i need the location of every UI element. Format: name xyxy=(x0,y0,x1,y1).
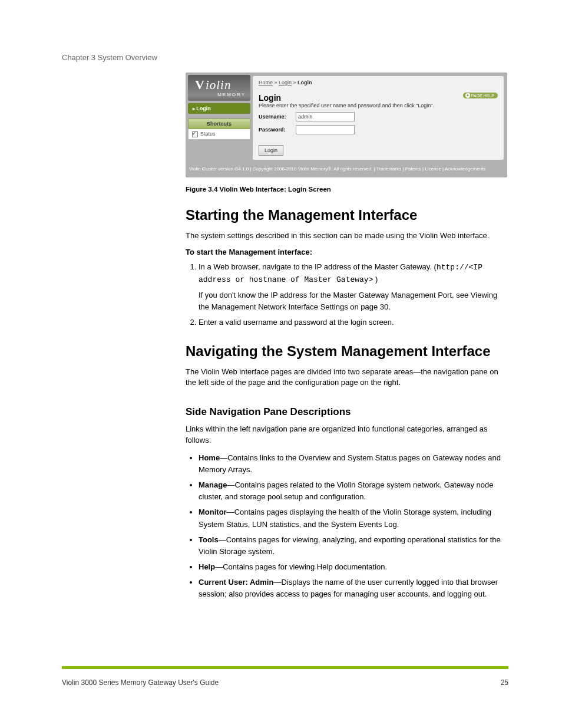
intro-paragraph: The system settings described in this se… xyxy=(186,230,508,242)
footer-page-number: 25 xyxy=(501,678,508,687)
nav-item-desc: —Contains pages for viewing Help documen… xyxy=(215,562,387,571)
nav-item-label: Current User: Admin xyxy=(199,578,273,587)
nav-item-label: Tools xyxy=(199,535,219,544)
screenshot-footer: Violin Cluster version G4.1.0 | Copyrigh… xyxy=(189,166,504,172)
nav-item-desc: —Contains pages displaying the health of… xyxy=(199,508,491,528)
side-nav-heading: Side Navigation Pane Descriptions xyxy=(186,406,508,418)
list-item: Help—Contains pages for viewing Help doc… xyxy=(199,561,508,573)
logo-text: iolin xyxy=(195,77,231,93)
list-item: Home—Contains links to the Overview and … xyxy=(199,452,508,476)
login-screenshot: iolin MEMORY Not Logged In Login Help Lo… xyxy=(186,73,507,177)
logo-subtext: MEMORY xyxy=(217,92,246,97)
sidebar-shortcut-status[interactable]: Status xyxy=(188,129,250,140)
list-item: Monitor—Contains pages displaying the he… xyxy=(199,506,508,530)
page-help-button[interactable]: PAGE HELP xyxy=(463,93,498,98)
sidebar-item-login[interactable]: Login xyxy=(188,103,250,114)
username-label: Username: xyxy=(259,114,291,120)
list-item: Manage—Contains pages related to the Vio… xyxy=(199,479,508,503)
breadcrumb-login-link[interactable]: Login xyxy=(279,80,292,85)
panel-title: Login xyxy=(259,93,498,103)
breadcrumb: Home » Login » Login xyxy=(259,78,498,87)
nav-item-desc: —Contains links to the Overview and Syst… xyxy=(199,453,501,474)
side-nav-paragraph: Links within the left navigation pane ar… xyxy=(186,424,508,446)
chapter-title: Chapter 3 System Overview xyxy=(62,53,509,62)
page-footer: Violin 3000 Series Memory Gateway User's… xyxy=(62,678,508,687)
nav-item-label: Help xyxy=(199,562,215,571)
step-1-body: If you don't know the IP address for the… xyxy=(199,291,471,299)
password-label: Password: xyxy=(259,127,291,133)
password-field[interactable] xyxy=(296,125,355,134)
footer-rule xyxy=(62,666,508,669)
nav-item-label: Monitor xyxy=(199,508,227,516)
procedure-steps: In a Web browser, navigate to the IP add… xyxy=(186,261,508,329)
nav-item-list: Home—Contains links to the Overview and … xyxy=(186,452,508,601)
breadcrumb-home[interactable]: Home xyxy=(259,80,273,85)
nav-item-desc: —Contains pages related to the Violin St… xyxy=(199,480,494,501)
procedure-lead: To start the Management interface: xyxy=(186,248,508,256)
panel-instruction: Please enter the specified user name and… xyxy=(259,103,498,108)
list-item: Current User: Admin—Displays the name of… xyxy=(199,577,508,600)
username-field[interactable]: admin xyxy=(296,112,355,121)
nav-item-label: Manage xyxy=(199,480,227,489)
sidebar-shortcuts-header: Shortcuts xyxy=(188,118,250,129)
checkbox-icon xyxy=(192,131,198,137)
step-1: In a Web browser, navigate to the IP add… xyxy=(199,261,508,314)
sidebar: Login Shortcuts Status xyxy=(188,103,250,140)
step-1-body-end: . xyxy=(388,302,391,311)
list-item: Tools—Contains pages for viewing, analyz… xyxy=(199,534,508,558)
content-panel: Home » Login » Login PAGE HELP Login Ple… xyxy=(253,76,504,160)
nav-item-label: Home xyxy=(199,453,220,462)
logo: iolin MEMORY xyxy=(188,75,250,101)
step-2: Enter a valid username and password at t… xyxy=(199,317,508,328)
breadcrumb-current: Login xyxy=(297,80,312,85)
nav-heading: Navigating the System Management Interfa… xyxy=(186,343,508,360)
sidebar-shortcut-status-label: Status xyxy=(200,131,216,137)
nav-paragraph: The Violin Web interface pages are divid… xyxy=(186,367,508,389)
section-heading: Starting the Management Interface xyxy=(186,207,508,223)
step-1-text-a: In a Web browser, navigate to the IP add… xyxy=(199,262,437,271)
login-button[interactable]: Login xyxy=(259,145,283,156)
footer-doc-title: Violin 3000 Series Memory Gateway User's… xyxy=(62,678,219,687)
figure-caption: Figure 3.4 Violin Web Interface: Login S… xyxy=(186,186,508,193)
nav-item-desc: —Contains pages for viewing, analyzing, … xyxy=(199,535,501,556)
step-1-text-b: ) xyxy=(373,275,378,284)
